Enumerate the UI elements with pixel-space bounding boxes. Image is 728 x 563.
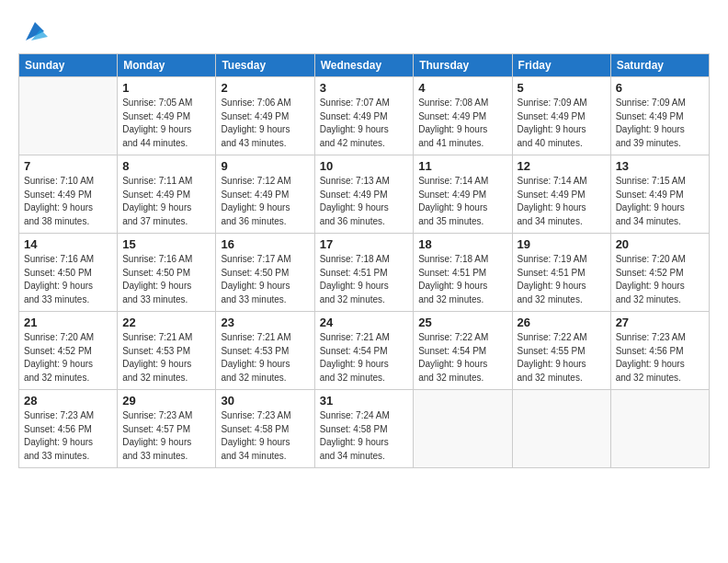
day-info: Sunrise: 7:22 AM Sunset: 4:54 PM Dayligh… [418, 331, 506, 385]
day-header: Wednesday [314, 54, 414, 77]
logo-icon [22, 18, 48, 44]
day-number: 17 [320, 237, 409, 251]
day-info: Sunrise: 7:23 AM Sunset: 4:57 PM Dayligh… [122, 409, 210, 463]
day-info: Sunrise: 7:16 AM Sunset: 4:50 PM Dayligh… [24, 253, 112, 306]
day-number: 13 [616, 159, 704, 173]
calendar: SundayMondayTuesdayWednesdayThursdayFrid… [18, 53, 710, 468]
calendar-cell: 1Sunrise: 7:05 AM Sunset: 4:49 PM Daylig… [118, 77, 216, 155]
day-number: 25 [418, 316, 506, 329]
day-info: Sunrise: 7:12 AM Sunset: 4:49 PM Dayligh… [221, 175, 309, 228]
day-number: 31 [320, 394, 409, 408]
day-info: Sunrise: 7:14 AM Sunset: 4:49 PM Dayligh… [518, 175, 606, 228]
day-info: Sunrise: 7:23 AM Sunset: 4:58 PM Dayligh… [221, 409, 309, 463]
day-info: Sunrise: 7:14 AM Sunset: 4:49 PM Dayligh… [418, 175, 506, 228]
day-info: Sunrise: 7:20 AM Sunset: 4:52 PM Dayligh… [24, 331, 112, 385]
day-info: Sunrise: 7:22 AM Sunset: 4:55 PM Dayligh… [518, 331, 606, 385]
day-header: Sunday [19, 54, 118, 77]
calendar-cell: 6Sunrise: 7:09 AM Sunset: 4:49 PM Daylig… [610, 77, 709, 155]
day-number: 6 [616, 81, 704, 95]
day-header: Monday [118, 54, 216, 77]
day-number: 3 [320, 81, 409, 95]
day-number: 26 [518, 316, 606, 329]
day-info: Sunrise: 7:24 AM Sunset: 4:58 PM Dayligh… [320, 409, 409, 463]
day-info: Sunrise: 7:10 AM Sunset: 4:49 PM Dayligh… [24, 175, 112, 228]
day-number: 18 [418, 237, 506, 251]
calendar-cell: 23Sunrise: 7:21 AM Sunset: 4:53 PM Dayli… [216, 312, 314, 390]
day-number: 12 [518, 159, 606, 173]
day-info: Sunrise: 7:07 AM Sunset: 4:49 PM Dayligh… [320, 97, 409, 150]
calendar-week-row: 7Sunrise: 7:10 AM Sunset: 4:49 PM Daylig… [19, 155, 710, 234]
day-header: Thursday [414, 54, 512, 77]
day-info: Sunrise: 7:17 AM Sunset: 4:50 PM Dayligh… [221, 253, 309, 306]
calendar-cell [512, 390, 610, 468]
calendar-cell: 13Sunrise: 7:15 AM Sunset: 4:49 PM Dayli… [610, 155, 709, 234]
calendar-cell: 20Sunrise: 7:20 AM Sunset: 4:52 PM Dayli… [610, 234, 709, 312]
calendar-cell: 22Sunrise: 7:21 AM Sunset: 4:53 PM Dayli… [118, 312, 216, 390]
logo [18, 18, 48, 44]
header [18, 14, 710, 44]
calendar-week-row: 14Sunrise: 7:16 AM Sunset: 4:50 PM Dayli… [19, 234, 710, 312]
day-number: 14 [24, 237, 112, 251]
calendar-week-row: 1Sunrise: 7:05 AM Sunset: 4:49 PM Daylig… [19, 77, 710, 155]
calendar-cell: 9Sunrise: 7:12 AM Sunset: 4:49 PM Daylig… [216, 155, 314, 234]
calendar-cell: 5Sunrise: 7:09 AM Sunset: 4:49 PM Daylig… [512, 77, 610, 155]
day-header: Tuesday [216, 54, 314, 77]
day-number: 7 [24, 159, 112, 173]
calendar-cell [19, 77, 118, 155]
day-number: 5 [518, 81, 606, 95]
day-info: Sunrise: 7:16 AM Sunset: 4:50 PM Dayligh… [122, 253, 210, 306]
calendar-cell: 17Sunrise: 7:18 AM Sunset: 4:51 PM Dayli… [314, 234, 414, 312]
day-number: 23 [221, 316, 309, 329]
day-info: Sunrise: 7:19 AM Sunset: 4:51 PM Dayligh… [518, 253, 606, 306]
day-number: 24 [320, 316, 409, 329]
day-info: Sunrise: 7:23 AM Sunset: 4:56 PM Dayligh… [616, 331, 704, 385]
calendar-cell: 19Sunrise: 7:19 AM Sunset: 4:51 PM Dayli… [512, 234, 610, 312]
calendar-cell: 27Sunrise: 7:23 AM Sunset: 4:56 PM Dayli… [610, 312, 709, 390]
calendar-cell: 15Sunrise: 7:16 AM Sunset: 4:50 PM Dayli… [118, 234, 216, 312]
day-info: Sunrise: 7:21 AM Sunset: 4:53 PM Dayligh… [122, 331, 210, 385]
calendar-cell: 30Sunrise: 7:23 AM Sunset: 4:58 PM Dayli… [216, 390, 314, 468]
day-number: 1 [122, 81, 210, 95]
calendar-cell: 10Sunrise: 7:13 AM Sunset: 4:49 PM Dayli… [314, 155, 414, 234]
calendar-cell: 2Sunrise: 7:06 AM Sunset: 4:49 PM Daylig… [216, 77, 314, 155]
calendar-cell: 31Sunrise: 7:24 AM Sunset: 4:58 PM Dayli… [314, 390, 414, 468]
day-number: 20 [616, 237, 704, 251]
calendar-cell: 3Sunrise: 7:07 AM Sunset: 4:49 PM Daylig… [314, 77, 414, 155]
day-number: 9 [221, 159, 309, 173]
day-number: 2 [221, 81, 309, 95]
day-info: Sunrise: 7:09 AM Sunset: 4:49 PM Dayligh… [518, 97, 606, 150]
calendar-cell [414, 390, 512, 468]
day-number: 29 [122, 394, 210, 408]
calendar-cell: 25Sunrise: 7:22 AM Sunset: 4:54 PM Dayli… [414, 312, 512, 390]
day-number: 30 [221, 394, 309, 408]
day-info: Sunrise: 7:09 AM Sunset: 4:49 PM Dayligh… [616, 97, 704, 150]
day-info: Sunrise: 7:11 AM Sunset: 4:49 PM Dayligh… [122, 175, 210, 228]
day-info: Sunrise: 7:05 AM Sunset: 4:49 PM Dayligh… [122, 97, 210, 150]
day-info: Sunrise: 7:21 AM Sunset: 4:54 PM Dayligh… [320, 331, 409, 385]
calendar-cell: 28Sunrise: 7:23 AM Sunset: 4:56 PM Dayli… [19, 390, 118, 468]
calendar-cell: 4Sunrise: 7:08 AM Sunset: 4:49 PM Daylig… [414, 77, 512, 155]
day-number: 28 [24, 394, 112, 408]
calendar-cell: 24Sunrise: 7:21 AM Sunset: 4:54 PM Dayli… [314, 312, 414, 390]
day-info: Sunrise: 7:18 AM Sunset: 4:51 PM Dayligh… [320, 253, 409, 306]
calendar-cell: 26Sunrise: 7:22 AM Sunset: 4:55 PM Dayli… [512, 312, 610, 390]
day-number: 21 [24, 316, 112, 329]
calendar-week-row: 21Sunrise: 7:20 AM Sunset: 4:52 PM Dayli… [19, 312, 710, 390]
calendar-cell: 11Sunrise: 7:14 AM Sunset: 4:49 PM Dayli… [414, 155, 512, 234]
day-number: 15 [122, 237, 210, 251]
day-info: Sunrise: 7:13 AM Sunset: 4:49 PM Dayligh… [320, 175, 409, 228]
day-info: Sunrise: 7:15 AM Sunset: 4:49 PM Dayligh… [616, 175, 704, 228]
day-info: Sunrise: 7:06 AM Sunset: 4:49 PM Dayligh… [221, 97, 309, 150]
calendar-cell: 12Sunrise: 7:14 AM Sunset: 4:49 PM Dayli… [512, 155, 610, 234]
day-info: Sunrise: 7:23 AM Sunset: 4:56 PM Dayligh… [24, 409, 112, 463]
day-number: 27 [616, 316, 704, 329]
calendar-cell: 29Sunrise: 7:23 AM Sunset: 4:57 PM Dayli… [118, 390, 216, 468]
day-info: Sunrise: 7:21 AM Sunset: 4:53 PM Dayligh… [221, 331, 309, 385]
day-number: 4 [418, 81, 506, 95]
day-header: Friday [512, 54, 610, 77]
day-info: Sunrise: 7:18 AM Sunset: 4:51 PM Dayligh… [418, 253, 506, 306]
calendar-week-row: 28Sunrise: 7:23 AM Sunset: 4:56 PM Dayli… [19, 390, 710, 468]
day-number: 8 [122, 159, 210, 173]
calendar-cell: 18Sunrise: 7:18 AM Sunset: 4:51 PM Dayli… [414, 234, 512, 312]
day-number: 10 [320, 159, 409, 173]
